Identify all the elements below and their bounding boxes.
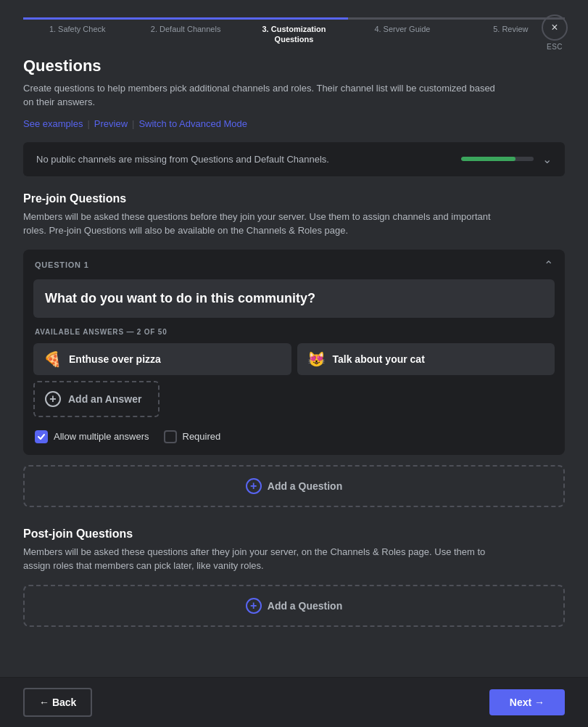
progress-step-safety-check[interactable]: 1. Safety Check xyxy=(23,17,131,34)
add-pre-join-question-button[interactable]: + Add a Question xyxy=(23,465,565,507)
footer: ← Back Next → xyxy=(0,677,588,727)
question-1-collapse-button[interactable]: ⌃ xyxy=(544,258,553,272)
progress-step-customization-questions[interactable]: 3. CustomizationQuestions xyxy=(240,17,348,45)
add-answer-icon: + xyxy=(45,391,61,407)
status-bar[interactable]: No public channels are missing from Ques… xyxy=(23,142,565,176)
page-description: Create questions to help members pick ad… xyxy=(23,81,502,110)
add-post-join-question-icon: + xyxy=(246,598,262,614)
required-checkbox[interactable] xyxy=(164,430,177,443)
status-bar-text: No public channels are missing from Ques… xyxy=(36,154,329,165)
progress-step-server-guide[interactable]: 4. Server Guide xyxy=(348,17,456,34)
see-examples-link[interactable]: See examples xyxy=(23,118,83,129)
question-card-1: QUESTION 1 ⌃ What do you want to do in t… xyxy=(23,250,565,455)
allow-multiple-checkbox[interactable] xyxy=(35,430,48,443)
esc-icon: × xyxy=(542,15,568,41)
page-title: Questions xyxy=(23,57,565,75)
question-1-number: QUESTION 1 xyxy=(35,260,89,269)
step-3-label: 3. CustomizationQuestions xyxy=(262,24,326,45)
add-answer-label: Add an Answer xyxy=(68,393,141,405)
pre-join-section: Pre-join Questions Members will be asked… xyxy=(23,192,565,507)
channel-coverage-bar xyxy=(461,157,534,161)
required-option[interactable]: Required xyxy=(164,430,221,443)
allow-multiple-label: Allow multiple answers xyxy=(54,431,149,442)
pre-join-title: Pre-join Questions xyxy=(23,192,565,205)
main-content: Questions Create questions to help membe… xyxy=(0,57,588,627)
step-5-label: 5. Review xyxy=(493,24,528,34)
checkmark-icon xyxy=(37,432,46,441)
esc-button[interactable]: × ESC xyxy=(542,15,568,51)
next-button[interactable]: Next → xyxy=(489,689,565,715)
answers-grid: 🍕 Enthuse over pizza 😻 Talk about your c… xyxy=(23,343,565,417)
answer-cat-label: Talk about your cat xyxy=(333,353,425,365)
pre-join-description: Members will be asked these questions be… xyxy=(23,210,502,238)
esc-label: ESC xyxy=(547,43,563,51)
channel-coverage-fill xyxy=(461,157,515,161)
answer-pizza-label: Enthuse over pizza xyxy=(69,353,161,365)
answer-chip-cat[interactable]: 😻 Talk about your cat xyxy=(297,343,555,375)
cat-emoji: 😻 xyxy=(307,352,326,366)
step-2-label: 2. Default Channels xyxy=(151,24,221,34)
add-post-join-question-label: Add a Question xyxy=(268,600,342,612)
progress-bar: 1. Safety Check 2. Default Channels 3. C… xyxy=(0,0,588,57)
step-4-label: 4. Server Guide xyxy=(374,24,430,34)
step-1-label: 1. Safety Check xyxy=(49,24,106,34)
post-join-title: Post-join Questions xyxy=(23,527,565,541)
add-answer-button[interactable]: + Add an Answer xyxy=(33,381,160,417)
required-label: Required xyxy=(183,431,221,442)
post-join-section: Post-join Questions Members will be aske… xyxy=(23,527,565,627)
add-post-join-question-button[interactable]: + Add a Question xyxy=(23,585,565,627)
page-links: See examples | Preview | Switch to Advan… xyxy=(23,118,565,129)
question-1-header: QUESTION 1 ⌃ xyxy=(23,250,565,279)
back-button[interactable]: ← Back xyxy=(23,688,92,717)
allow-multiple-option[interactable]: Allow multiple answers xyxy=(35,430,149,443)
switch-advanced-mode-link[interactable]: Switch to Advanced Mode xyxy=(138,118,247,129)
status-chevron-icon[interactable]: ⌄ xyxy=(542,152,552,166)
answers-label: AVAILABLE ANSWERS — 2 OF 50 xyxy=(23,328,565,343)
progress-step-default-channels[interactable]: 2. Default Channels xyxy=(131,17,239,34)
question-1-text[interactable]: What do you want to do in this community… xyxy=(33,279,555,318)
answer-chip-pizza[interactable]: 🍕 Enthuse over pizza xyxy=(33,343,291,375)
post-join-description: Members will be asked these questions af… xyxy=(23,545,502,573)
add-question-icon: + xyxy=(246,478,262,494)
add-pre-join-question-label: Add a Question xyxy=(268,480,342,492)
pizza-emoji: 🍕 xyxy=(44,352,62,366)
question-1-options: Allow multiple answers Required xyxy=(23,424,565,443)
preview-link[interactable]: Preview xyxy=(94,118,128,129)
